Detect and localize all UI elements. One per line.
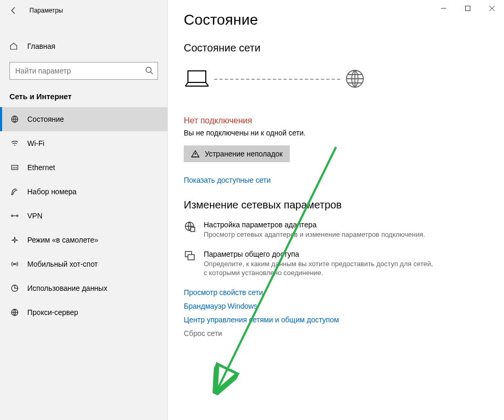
maximize-button[interactable] xyxy=(456,0,480,17)
sharing-desc: Определите, к каким данным вы хотите пре… xyxy=(204,259,435,278)
ethernet-icon xyxy=(9,163,20,172)
sidebar: Параметры Главная Сеть и Интернет Состоя… xyxy=(0,0,168,420)
adapter-icon xyxy=(184,220,198,239)
title-bar: Параметры xyxy=(0,0,167,21)
warning-icon xyxy=(191,150,200,158)
sidebar-item-hotspot[interactable]: Мобильный хот-спот xyxy=(0,252,167,276)
svg-rect-12 xyxy=(191,227,195,232)
vpn-icon xyxy=(9,212,20,220)
close-button[interactable] xyxy=(480,0,504,17)
search-icon xyxy=(145,66,153,76)
no-connection-subtitle: Вы не подключены ни к одной сети. xyxy=(184,129,488,137)
search-box[interactable] xyxy=(9,62,158,80)
svg-point-0 xyxy=(146,67,151,72)
adapter-settings-row[interactable]: Настройка параметров адаптера Просмотр с… xyxy=(184,220,488,239)
sidebar-item-datausage[interactable]: Использование данных xyxy=(0,276,167,300)
home-label: Главная xyxy=(27,42,55,50)
sidebar-item-dialup[interactable]: Набор номера xyxy=(0,180,167,204)
window-controls xyxy=(432,0,504,17)
sidebar-item-label: Wi-Fi xyxy=(27,139,45,148)
show-networks-link[interactable]: Показать доступные сети xyxy=(184,176,488,184)
search-input[interactable] xyxy=(14,66,145,76)
sharing-settings-row[interactable]: Параметры общего доступа Определите, к к… xyxy=(184,250,488,278)
sidebar-item-label: VPN xyxy=(27,212,43,220)
network-reset-link[interactable]: Сброс сети xyxy=(184,329,488,338)
sidebar-item-vpn[interactable]: VPN xyxy=(0,204,167,228)
home-icon xyxy=(9,42,20,50)
main-content: Состояние Состояние сети Нет подключения… xyxy=(168,0,504,420)
data-usage-icon xyxy=(9,284,20,292)
sidebar-item-airplane[interactable]: Режим «в самолете» xyxy=(0,228,167,252)
sidebar-item-label: Использование данных xyxy=(27,284,107,292)
svg-rect-9 xyxy=(188,71,206,82)
sidebar-item-label: Режим «в самолете» xyxy=(27,236,98,244)
change-settings-heading: Изменение сетевых параметров xyxy=(184,199,488,211)
sidebar-item-label: Ethernet xyxy=(27,163,55,172)
dialup-icon xyxy=(9,187,20,196)
globe-icon xyxy=(344,68,365,91)
sidebar-item-status[interactable]: Состояние xyxy=(0,107,167,131)
svg-point-6 xyxy=(14,264,15,265)
adapter-title: Настройка параметров адаптера xyxy=(204,220,488,229)
svg-rect-14 xyxy=(188,255,194,260)
network-diagram xyxy=(184,64,488,95)
back-button[interactable] xyxy=(4,1,23,20)
sidebar-item-label: Мобильный хот-спот xyxy=(27,260,98,268)
adapter-desc: Просмотр сетевых адаптеров и изменение п… xyxy=(204,230,435,239)
wifi-icon xyxy=(9,139,20,148)
minimize-button[interactable] xyxy=(432,0,456,17)
svg-point-3 xyxy=(12,194,13,195)
sidebar-item-ethernet[interactable]: Ethernet xyxy=(0,155,167,180)
airplane-icon xyxy=(9,236,20,244)
network-properties-link[interactable]: Просмотр свойств сети xyxy=(184,288,488,297)
sharing-icon xyxy=(184,250,198,278)
svg-rect-15 xyxy=(466,6,470,11)
sidebar-item-wifi[interactable]: Wi-Fi xyxy=(0,131,167,155)
sharing-center-link[interactable]: Центр управления сетями и общим доступом xyxy=(184,316,488,324)
sidebar-item-proxy[interactable]: Прокси-сервер xyxy=(0,300,167,324)
status-heading: Состояние сети xyxy=(184,42,488,54)
close-icon xyxy=(489,6,495,11)
arrow-left-icon xyxy=(9,6,18,15)
sidebar-nav: Состояние Wi-Fi Ethernet Набор номера xyxy=(0,107,167,324)
no-connection-title: Нет подключения xyxy=(184,116,488,125)
sidebar-item-label: Состояние xyxy=(27,115,64,123)
proxy-icon xyxy=(9,308,20,317)
sidebar-item-label: Набор номера xyxy=(27,187,77,196)
troubleshoot-label: Устранение неполадок xyxy=(205,150,282,158)
svg-point-4 xyxy=(12,215,13,217)
maximize-icon xyxy=(465,6,470,11)
troubleshoot-button[interactable]: Устранение неполадок xyxy=(184,145,290,162)
connection-line xyxy=(214,79,340,80)
sidebar-section-title: Сеть и Интернет xyxy=(0,80,167,107)
laptop-icon xyxy=(184,68,210,91)
minimize-icon xyxy=(441,6,446,11)
home-nav[interactable]: Главная xyxy=(0,36,167,57)
sharing-title: Параметры общего доступа xyxy=(204,250,488,258)
firewall-link[interactable]: Брандмауэр Windows xyxy=(184,302,488,310)
hotspot-icon xyxy=(9,260,20,268)
sidebar-item-label: Прокси-сервер xyxy=(27,308,78,317)
svg-point-5 xyxy=(17,215,18,217)
window-title: Параметры xyxy=(29,7,63,14)
status-icon xyxy=(9,115,20,123)
